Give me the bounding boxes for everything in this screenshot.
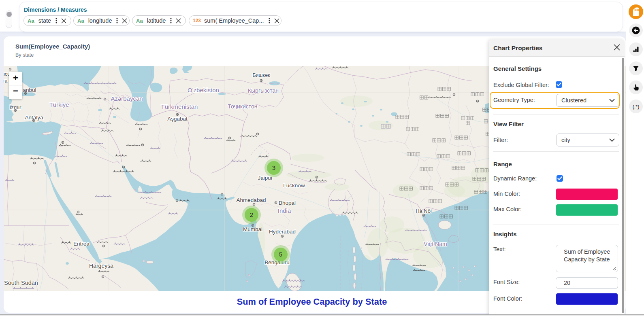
svg-text:ra: ra [4,78,8,84]
svg-text:Việt Nam: Việt Nam [424,241,447,247]
svg-text:Hà Nội: Hà Nội [416,208,432,214]
svg-text:Ahmedabad: Ahmedabad [237,197,266,203]
svg-text:India: India [278,207,291,214]
svg-text:Aşgabat: Aşgabat [167,116,188,122]
svg-text:(.*): (.*) [633,104,640,110]
svg-text:O'zbekiston: O'zbekiston [188,87,219,93]
svg-text:South Sudan: South Sudan [4,280,38,286]
svg-text:Azərbaycan: Azərbaycan [111,95,143,102]
svg-text:Hyderabad: Hyderabad [269,229,296,235]
svg-text:Türkmenistan: Türkmenistan [161,103,198,110]
svg-text:Mumbai: Mumbai [243,226,262,232]
svg-text:Кыргызстан: Кыргызстан [248,87,279,94]
svg-text:Бишкек: Бишкек [252,72,270,78]
svg-text:Hargeysa: Hargeysa [89,263,113,269]
svg-text:Eritrea: Eritrea [73,241,90,247]
svg-text:Türkiye: Türkiye [49,101,69,108]
svg-text:Тоҷикистон: Тоҷикистон [228,103,257,110]
svg-text:anbul: anbul [23,87,36,93]
svg-text:Lucknow: Lucknow [283,182,305,189]
svg-text:Bhopal: Bhopal [279,200,296,206]
